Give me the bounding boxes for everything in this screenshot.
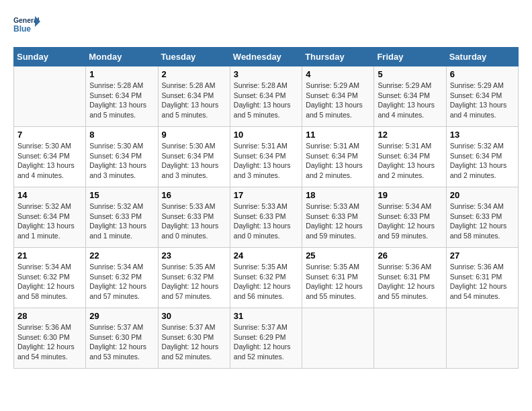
calendar-cell: 8Sunrise: 5:30 AMSunset: 6:34 PMDaylight… [86,127,158,187]
logo-icon: General Blue [13,13,40,40]
day-info: Sunrise: 5:31 AMSunset: 6:34 PMDaylight:… [234,141,298,181]
weekday-header: Sunday [14,48,86,66]
day-info: Sunrise: 5:37 AMSunset: 6:29 PMDaylight:… [234,322,298,362]
day-number: 19 [378,190,442,200]
calendar-cell: 29Sunrise: 5:37 AMSunset: 6:30 PMDayligh… [86,308,158,369]
day-info: Sunrise: 5:34 AMSunset: 6:33 PMDaylight:… [450,201,515,241]
calendar-cell: 19Sunrise: 5:34 AMSunset: 6:33 PMDayligh… [374,187,446,248]
day-info: Sunrise: 5:32 AMSunset: 6:33 PMDaylight:… [89,201,154,241]
day-number: 3 [234,69,298,79]
day-info: Sunrise: 5:30 AMSunset: 6:34 PMDaylight:… [162,141,226,181]
day-info: Sunrise: 5:29 AMSunset: 6:34 PMDaylight:… [306,81,370,120]
day-number: 29 [89,311,154,321]
calendar-cell [14,66,86,127]
calendar-cell [374,308,446,369]
day-info: Sunrise: 5:31 AMSunset: 6:34 PMDaylight:… [378,141,442,181]
calendar-cell: 22Sunrise: 5:34 AMSunset: 6:32 PMDayligh… [86,248,158,308]
day-info: Sunrise: 5:33 AMSunset: 6:33 PMDaylight:… [162,201,226,241]
calendar-cell: 27Sunrise: 5:36 AMSunset: 6:31 PMDayligh… [446,248,518,308]
day-number: 9 [162,130,226,140]
day-number: 26 [378,250,442,261]
day-number: 22 [89,250,154,261]
day-number: 11 [306,130,370,140]
day-number: 10 [234,130,298,140]
calendar-cell: 23Sunrise: 5:35 AMSunset: 6:32 PMDayligh… [158,248,230,308]
calendar-table: SundayMondayTuesdayWednesdayThursdayFrid… [13,47,519,369]
day-info: Sunrise: 5:35 AMSunset: 6:32 PMDaylight:… [234,262,298,302]
logo: General Blue [13,13,43,40]
day-info: Sunrise: 5:28 AMSunset: 6:34 PMDaylight:… [162,81,226,120]
day-info: Sunrise: 5:36 AMSunset: 6:31 PMDaylight:… [378,262,442,302]
day-number: 20 [450,190,515,200]
day-info: Sunrise: 5:29 AMSunset: 6:34 PMDaylight:… [450,81,515,120]
day-info: Sunrise: 5:35 AMSunset: 6:31 PMDaylight:… [306,262,370,302]
calendar-cell: 14Sunrise: 5:32 AMSunset: 6:34 PMDayligh… [14,187,86,248]
day-info: Sunrise: 5:33 AMSunset: 6:33 PMDaylight:… [306,201,370,241]
calendar-cell: 10Sunrise: 5:31 AMSunset: 6:34 PMDayligh… [230,127,302,187]
day-info: Sunrise: 5:36 AMSunset: 6:30 PMDaylight:… [17,322,82,362]
svg-text:Blue: Blue [13,24,31,34]
day-info: Sunrise: 5:28 AMSunset: 6:34 PMDaylight:… [89,81,154,120]
day-number: 12 [378,130,442,140]
calendar-cell: 13Sunrise: 5:32 AMSunset: 6:34 PMDayligh… [446,127,518,187]
day-number: 16 [162,190,226,200]
calendar-cell: 9Sunrise: 5:30 AMSunset: 6:34 PMDaylight… [158,127,230,187]
calendar-cell: 11Sunrise: 5:31 AMSunset: 6:34 PMDayligh… [302,127,374,187]
weekday-header: Friday [374,48,446,66]
calendar-week-row: 1Sunrise: 5:28 AMSunset: 6:34 PMDaylight… [14,66,519,127]
calendar-week-row: 21Sunrise: 5:34 AMSunset: 6:32 PMDayligh… [14,248,519,308]
calendar-cell: 30Sunrise: 5:37 AMSunset: 6:30 PMDayligh… [158,308,230,369]
day-number: 28 [17,311,82,321]
calendar-week-row: 14Sunrise: 5:32 AMSunset: 6:34 PMDayligh… [14,187,519,248]
day-number: 15 [89,190,154,200]
calendar-cell [302,308,374,369]
day-info: Sunrise: 5:33 AMSunset: 6:33 PMDaylight:… [234,201,298,241]
calendar-cell: 16Sunrise: 5:33 AMSunset: 6:33 PMDayligh… [158,187,230,248]
calendar-week-row: 7Sunrise: 5:30 AMSunset: 6:34 PMDaylight… [14,127,519,187]
calendar-cell: 6Sunrise: 5:29 AMSunset: 6:34 PMDaylight… [446,66,518,127]
calendar-cell: 24Sunrise: 5:35 AMSunset: 6:32 PMDayligh… [230,248,302,308]
day-info: Sunrise: 5:37 AMSunset: 6:30 PMDaylight:… [162,322,226,362]
page-header: General Blue [13,13,519,40]
calendar-cell: 15Sunrise: 5:32 AMSunset: 6:33 PMDayligh… [86,187,158,248]
day-info: Sunrise: 5:35 AMSunset: 6:32 PMDaylight:… [162,262,226,302]
calendar-cell: 26Sunrise: 5:36 AMSunset: 6:31 PMDayligh… [374,248,446,308]
calendar-cell: 21Sunrise: 5:34 AMSunset: 6:32 PMDayligh… [14,248,86,308]
calendar-cell: 28Sunrise: 5:36 AMSunset: 6:30 PMDayligh… [14,308,86,369]
calendar-cell: 2Sunrise: 5:28 AMSunset: 6:34 PMDaylight… [158,66,230,127]
day-info: Sunrise: 5:34 AMSunset: 6:33 PMDaylight:… [378,201,442,241]
weekday-header: Tuesday [158,48,230,66]
calendar-cell: 7Sunrise: 5:30 AMSunset: 6:34 PMDaylight… [14,127,86,187]
day-number: 8 [89,130,154,140]
day-info: Sunrise: 5:36 AMSunset: 6:31 PMDaylight:… [450,262,515,302]
calendar-cell: 25Sunrise: 5:35 AMSunset: 6:31 PMDayligh… [302,248,374,308]
day-number: 1 [89,69,154,79]
day-number: 5 [378,69,442,79]
weekday-header: Thursday [302,48,374,66]
calendar-week-row: 28Sunrise: 5:36 AMSunset: 6:30 PMDayligh… [14,308,519,369]
day-info: Sunrise: 5:32 AMSunset: 6:34 PMDaylight:… [450,141,515,181]
calendar-cell: 20Sunrise: 5:34 AMSunset: 6:33 PMDayligh… [446,187,518,248]
calendar-cell: 3Sunrise: 5:28 AMSunset: 6:34 PMDaylight… [230,66,302,127]
day-number: 21 [17,250,82,261]
day-info: Sunrise: 5:30 AMSunset: 6:34 PMDaylight:… [17,141,82,181]
calendar-cell: 17Sunrise: 5:33 AMSunset: 6:33 PMDayligh… [230,187,302,248]
calendar-cell: 31Sunrise: 5:37 AMSunset: 6:29 PMDayligh… [230,308,302,369]
day-number: 18 [306,190,370,200]
day-number: 13 [450,130,515,140]
day-number: 4 [306,69,370,79]
day-number: 6 [450,69,515,79]
calendar-cell: 5Sunrise: 5:29 AMSunset: 6:34 PMDaylight… [374,66,446,127]
day-number: 2 [162,69,226,79]
calendar-cell: 18Sunrise: 5:33 AMSunset: 6:33 PMDayligh… [302,187,374,248]
weekday-header: Monday [86,48,158,66]
weekday-header: Wednesday [230,48,302,66]
day-info: Sunrise: 5:30 AMSunset: 6:34 PMDaylight:… [89,141,154,181]
day-number: 7 [17,130,82,140]
day-number: 23 [162,250,226,261]
day-number: 24 [234,250,298,261]
day-number: 27 [450,250,515,261]
weekday-header: Saturday [446,48,518,66]
day-info: Sunrise: 5:34 AMSunset: 6:32 PMDaylight:… [89,262,154,302]
day-info: Sunrise: 5:28 AMSunset: 6:34 PMDaylight:… [234,81,298,120]
